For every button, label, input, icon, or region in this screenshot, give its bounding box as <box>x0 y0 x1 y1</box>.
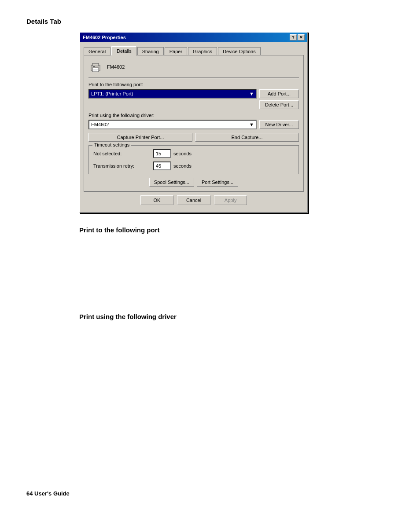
delete-port-row: Delete Port... <box>88 100 299 109</box>
not-selected-label: Not selected: <box>93 151 151 156</box>
page-footer: 64 User's Guide <box>26 490 70 497</box>
printer-name: FM4602 <box>107 64 125 70</box>
dialog-footer: OK Cancel Apply <box>84 191 304 209</box>
spool-settings-button[interactable]: Spool Settings... <box>149 178 194 187</box>
printer-section: FM4602 <box>88 60 299 74</box>
tab-graphics[interactable]: Graphics <box>188 47 217 55</box>
apply-button[interactable]: Apply <box>214 195 247 205</box>
subheading-2: Print using the following driver <box>79 313 394 320</box>
tab-paper[interactable]: Paper <box>165 47 187 55</box>
tab-content: FM4602 Print to the following port: LPT1… <box>84 55 304 191</box>
dialog-body: General Details Sharing Paper Graphics D… <box>80 42 307 212</box>
svg-rect-3 <box>93 66 95 67</box>
svg-rect-4 <box>93 69 98 70</box>
dialog-wrapper: FM4602 Properties ? ✕ General Details Sh… <box>79 32 308 213</box>
titlebar-buttons: ? ✕ <box>290 34 305 40</box>
capture-row: Capture Printer Port... End Capture... <box>88 133 299 142</box>
page-heading: Details Tab <box>26 18 394 25</box>
delete-port-button[interactable]: Delete Port... <box>259 100 299 109</box>
subheading-1: Print to the following port <box>79 226 394 234</box>
driver-label: Print using the following driver: <box>88 113 299 118</box>
capture-port-button[interactable]: Capture Printer Port... <box>88 133 192 142</box>
svg-rect-2 <box>92 68 99 72</box>
driver-select[interactable]: FM4602 ▼ <box>88 120 257 129</box>
tab-bar: General Details Sharing Paper Graphics D… <box>84 46 304 55</box>
close-button[interactable]: ✕ <box>298 34 305 40</box>
dialog-title: FM4602 Properties <box>83 35 126 40</box>
port-label: Print to the following port: <box>88 82 299 87</box>
port-select[interactable]: LPT1: (Printer Port) ▼ <box>88 89 257 99</box>
settings-buttons: Spool Settings... Port Settings... <box>88 178 299 187</box>
ok-button[interactable]: OK <box>140 195 173 205</box>
svg-rect-5 <box>93 70 97 70</box>
dialog-titlebar: FM4602 Properties ? ✕ <box>80 33 307 42</box>
not-selected-unit: seconds <box>173 151 192 156</box>
tab-details[interactable]: Details <box>111 46 136 55</box>
tab-sharing[interactable]: Sharing <box>137 47 164 55</box>
new-driver-button[interactable]: New Driver... <box>259 120 299 129</box>
help-button[interactable]: ? <box>290 34 297 40</box>
page-content: Details Tab FM4602 Properties ? ✕ Genera… <box>0 0 420 342</box>
timeout-group: Timeout settings Not selected: seconds T… <box>88 145 299 174</box>
transmission-row: Transmission retry: seconds <box>93 161 294 170</box>
not-selected-input[interactable] <box>153 149 171 158</box>
tab-device-options[interactable]: Device Options <box>218 47 261 55</box>
svg-rect-1 <box>92 63 99 66</box>
not-selected-row: Not selected: seconds <box>93 149 294 158</box>
cancel-button[interactable]: Cancel <box>177 195 210 205</box>
transmission-input[interactable] <box>153 161 171 170</box>
add-port-button[interactable]: Add Port... <box>259 89 299 98</box>
subheading-2-section: Print using the following driver <box>26 313 394 320</box>
subheading-1-section: Print to the following port <box>26 226 394 234</box>
tab-general[interactable]: General <box>84 47 111 55</box>
divider-1 <box>88 77 299 78</box>
timeout-legend: Timeout settings <box>92 142 131 147</box>
transmission-unit: seconds <box>173 163 192 169</box>
port-settings-button[interactable]: Port Settings... <box>197 178 238 187</box>
transmission-label: Transmission retry: <box>93 163 151 169</box>
printer-icon <box>88 60 103 74</box>
dialog: FM4602 Properties ? ✕ General Details Sh… <box>79 32 308 213</box>
port-row: LPT1: (Printer Port) ▼ Add Port... <box>88 89 299 99</box>
end-capture-button[interactable]: End Capture... <box>195 133 299 142</box>
driver-row: FM4602 ▼ New Driver... <box>88 120 299 129</box>
